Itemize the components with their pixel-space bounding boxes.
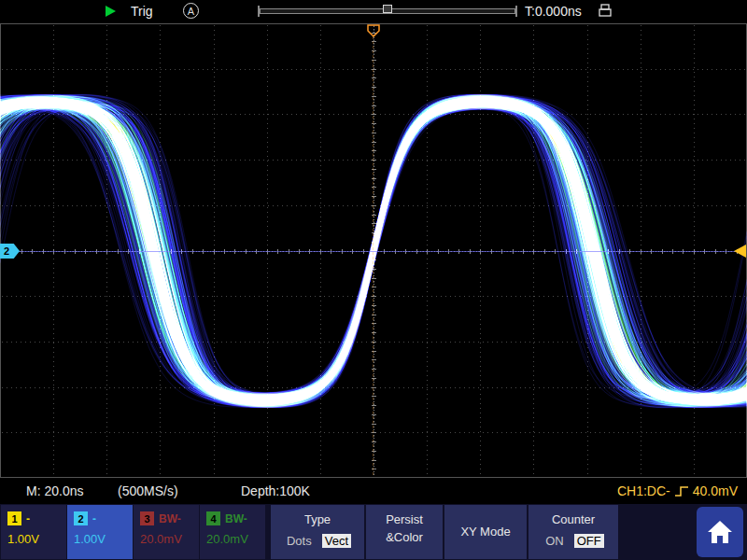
type-option-vect[interactable]: Vect — [322, 534, 351, 548]
ch3-badge: 3 — [140, 511, 154, 525]
home-button[interactable] — [697, 507, 743, 557]
counter-button[interactable]: Counter ON OFF — [529, 505, 618, 559]
ch4-badge: 4 — [206, 511, 220, 525]
auto-trigger-icon: A — [183, 3, 199, 19]
oscilloscope-screen: Trig A T:0.000ns 2 M: 20.0ns (500MS/s) D… — [0, 0, 747, 560]
persist-title-line2: &Color — [366, 530, 443, 544]
ch1-coupling: - — [26, 512, 30, 525]
trigger-source-label: CH1:DC- — [617, 483, 670, 498]
memory-depth-readout: Depth:100K — [241, 483, 310, 498]
ch2-coupling: - — [92, 512, 96, 525]
home-icon — [706, 519, 734, 545]
ch1-badge: 1 — [7, 511, 21, 525]
xy-mode-title: XY Mode — [444, 525, 527, 539]
horizontal-position-slider[interactable] — [260, 8, 515, 14]
trigger-position-line — [373, 36, 374, 475]
persist-color-button[interactable]: Persist &Color — [366, 505, 443, 559]
ch2-badge: 2 — [74, 511, 88, 525]
ch2-scale: 1.00V — [74, 532, 133, 546]
type-option-dots[interactable]: Dots — [284, 534, 315, 548]
waveform-canvas — [0, 23, 747, 478]
xy-mode-button[interactable]: XY Mode — [444, 505, 527, 559]
ch4-coupling: BW- — [225, 512, 247, 525]
ch4-scale: 20.0mV — [206, 532, 265, 546]
waveform-display: 2 — [0, 23, 747, 478]
trigger-position-marker[interactable] — [366, 24, 381, 38]
ch3-coupling: BW- — [159, 512, 181, 525]
counter-option-off[interactable]: OFF — [574, 534, 604, 548]
ch3-box[interactable]: 3 BW- 20.0mV — [134, 505, 199, 559]
counter-option-on[interactable]: ON — [543, 534, 567, 548]
type-button[interactable]: Type Dots Vect — [271, 505, 364, 559]
ch1-box[interactable]: 1 - 1.00V — [1, 505, 66, 559]
run-trigger-icon — [106, 6, 116, 17]
printer-icon[interactable] — [598, 4, 613, 19]
ch2-box[interactable]: 2 - 1.00V — [67, 505, 133, 559]
top-status-bar: Trig A T:0.000ns — [0, 0, 747, 23]
horizontal-position-marker[interactable] — [383, 5, 392, 13]
trigger-settings-readout: CH1:DC- 40.0mV — [617, 483, 738, 498]
ch1-scale: 1.00V — [7, 532, 66, 546]
trig-label: Trig — [131, 4, 153, 19]
persist-title-line1: Persist — [366, 512, 443, 526]
samplerate-readout: (500MS/s) — [118, 483, 178, 498]
ch3-scale: 20.0mV — [140, 532, 199, 546]
status-bar: M: 20.0ns (500MS/s) Depth:100K CH1:DC- 4… — [0, 478, 747, 504]
trigger-level-label: 40.0mV — [693, 483, 738, 498]
counter-title: Counter — [529, 512, 618, 526]
rising-edge-icon — [674, 485, 689, 497]
ch4-box[interactable]: 4 BW- 20.0mV — [200, 505, 265, 559]
bottom-menu-bar: 1 - 1.00V 2 - 1.00V 3 BW- 20.0mV 4 BW- — [0, 504, 747, 560]
timebase-readout: M: 20.0ns — [26, 483, 83, 498]
type-title: Type — [271, 512, 364, 526]
trigger-time-readout: T:0.000ns — [525, 4, 582, 19]
